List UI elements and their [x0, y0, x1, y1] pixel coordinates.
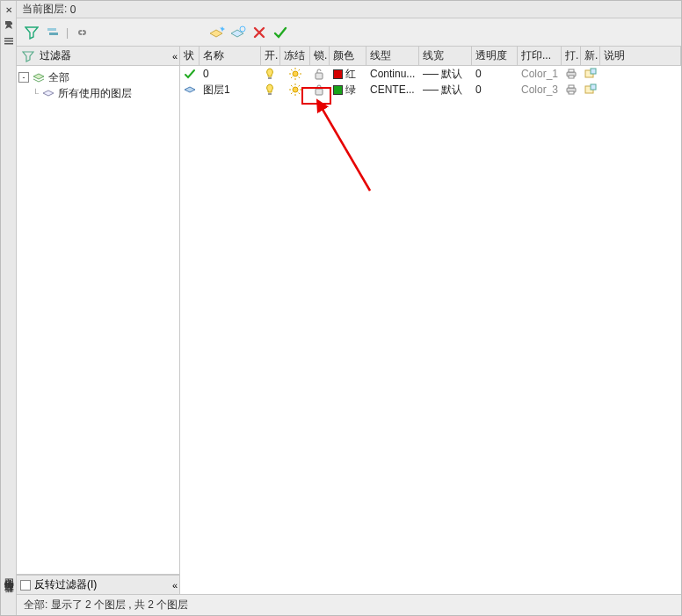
layers-used-icon — [40, 85, 56, 101]
new-vp-icon[interactable] — [581, 68, 600, 80]
svg-point-23 — [293, 87, 298, 92]
svg-rect-37 — [591, 84, 596, 90]
col-plotstyle[interactable]: 打印... — [518, 47, 562, 65]
layers-all-icon — [31, 69, 47, 85]
svg-rect-2 — [4, 43, 13, 45]
titlebar: 当前图层: 0 — [17, 1, 681, 18]
col-transparency[interactable]: 透明度 — [472, 47, 518, 65]
cell-color[interactable]: 绿 — [330, 83, 366, 98]
new-vp-icon[interactable] — [581, 83, 600, 96]
printer-icon[interactable] — [562, 83, 581, 96]
link-icon[interactable] — [74, 25, 90, 40]
col-plot[interactable]: 打. — [562, 47, 581, 65]
toolbar: | — [17, 18, 681, 47]
svg-rect-35 — [569, 91, 574, 94]
svg-rect-34 — [569, 85, 574, 88]
new-layer-icon[interactable] — [209, 25, 225, 40]
svg-line-30 — [299, 85, 300, 86]
filter-header-label: 过滤器 — [40, 48, 71, 63]
table-row[interactable]: 图层1绿CENTE...默认0Color_3 — [180, 82, 681, 98]
tree-expander[interactable]: - — [18, 72, 29, 83]
col-color[interactable]: 颜色 — [330, 47, 366, 65]
col-on[interactable]: 开. — [261, 47, 280, 65]
cell-lineweight[interactable]: 默认 — [419, 67, 472, 82]
filter-header: 过滤器 « — [17, 47, 179, 66]
col-description[interactable]: 说明 — [600, 47, 681, 65]
svg-rect-16 — [316, 73, 323, 79]
cell-transparency[interactable]: 0 — [472, 68, 518, 80]
tree-child-label: 所有使用的图层 — [58, 86, 132, 101]
svg-line-12 — [291, 69, 292, 70]
cell-plotstyle[interactable]: Color_1 — [518, 68, 562, 80]
cell-linetype[interactable]: CENTE... — [366, 83, 419, 96]
svg-rect-3 — [47, 28, 56, 31]
statusbar: 全部: 显示了 2 个图层 , 共 2 个图层 — [17, 594, 681, 615]
layer-states-icon[interactable] — [45, 25, 61, 40]
filter-footer: 反转过滤器(I) « — [17, 575, 179, 594]
col-new-vp[interactable]: 新. — [581, 47, 600, 65]
svg-line-15 — [291, 77, 292, 78]
lock-icon[interactable] — [310, 83, 330, 96]
col-status[interactable]: 状 — [180, 47, 200, 65]
svg-rect-1 — [4, 40, 13, 42]
svg-line-29 — [299, 93, 300, 94]
status-text: 全部: 显示了 2 个图层 , 共 2 个图层 — [24, 598, 188, 612]
bulb-icon[interactable] — [261, 68, 280, 80]
svg-rect-19 — [569, 76, 574, 78]
filter-sidebar: 过滤器 « - 全部 └ 所有使用的图层 — [17, 47, 180, 594]
tree-root-label: 全部 — [48, 70, 69, 85]
svg-rect-6 — [268, 77, 272, 79]
svg-rect-21 — [591, 69, 596, 74]
grid-header: 状 名称 开. 冻结 锁. 颜色 线型 线宽 透明度 打印... 打. 新. 说… — [180, 47, 681, 66]
invert-filter-label: 反转过滤器(I) — [34, 577, 97, 592]
sun-icon[interactable] — [280, 83, 310, 96]
col-lock[interactable]: 锁. — [310, 47, 330, 65]
filter-tree[interactable]: - 全部 └ 所有使用的图层 — [17, 66, 179, 575]
cell-linetype[interactable]: Continu... — [366, 68, 419, 80]
cell-lineweight[interactable]: 默认 — [419, 83, 472, 98]
svg-line-14 — [299, 69, 300, 70]
svg-rect-4 — [49, 33, 58, 35]
svg-rect-22 — [268, 93, 272, 95]
invert-filter-checkbox[interactable]: 反转过滤器(I) — [20, 577, 97, 592]
tree-root[interactable]: - 全部 — [18, 69, 178, 85]
menu-icon[interactable] — [2, 34, 16, 48]
sun-icon[interactable] — [280, 68, 310, 80]
new-layer-freeze-icon[interactable] — [230, 25, 246, 40]
set-current-icon[interactable] — [272, 25, 288, 40]
svg-point-7 — [293, 71, 298, 76]
svg-line-31 — [291, 93, 292, 94]
svg-rect-32 — [316, 89, 323, 95]
close-icon[interactable]: ✕ — [2, 3, 16, 17]
svg-line-13 — [299, 77, 300, 78]
cell-name[interactable]: 0 — [200, 68, 261, 80]
title-value: 0 — [70, 4, 76, 16]
col-freeze[interactable]: 冻结 — [280, 47, 310, 65]
cell-transparency[interactable]: 0 — [472, 83, 518, 96]
filter-header-icon — [20, 48, 36, 64]
svg-rect-18 — [569, 69, 574, 72]
title-label: 当前图层: — [22, 2, 67, 17]
bulb-icon[interactable] — [261, 83, 280, 96]
cell-name[interactable]: 图层1 — [200, 83, 261, 98]
svg-line-28 — [291, 85, 292, 86]
layer-grid: 状 名称 开. 冻结 锁. 颜色 线型 线宽 透明度 打印... 打. 新. 说… — [180, 47, 681, 594]
col-name[interactable]: 名称 — [200, 47, 261, 65]
pin-icon[interactable] — [2, 18, 16, 33]
tree-child[interactable]: └ 所有使用的图层 — [18, 85, 178, 101]
cell-color[interactable]: 红 — [330, 67, 366, 82]
collapse-icon[interactable]: « — [172, 51, 176, 62]
printer-icon[interactable] — [562, 68, 581, 80]
col-linetype[interactable]: 线型 — [366, 47, 419, 65]
table-row[interactable]: 0红Continu...默认0Color_1 — [180, 66, 681, 82]
collapse-icon-2[interactable]: « — [172, 580, 176, 591]
grid-body[interactable]: 0红Continu...默认0Color_1图层1绿CENTE...默认0Col… — [180, 66, 681, 594]
delete-layer-icon[interactable] — [251, 25, 267, 40]
col-lineweight[interactable]: 线宽 — [419, 47, 472, 65]
panel-vertical-title: 图层特性管理器 — [1, 567, 18, 580]
status-icon — [180, 68, 200, 80]
filter-icon[interactable] — [24, 25, 40, 40]
lock-icon[interactable] — [310, 68, 330, 80]
cell-plotstyle[interactable]: Color_3 — [518, 83, 562, 96]
status-icon — [180, 83, 200, 96]
